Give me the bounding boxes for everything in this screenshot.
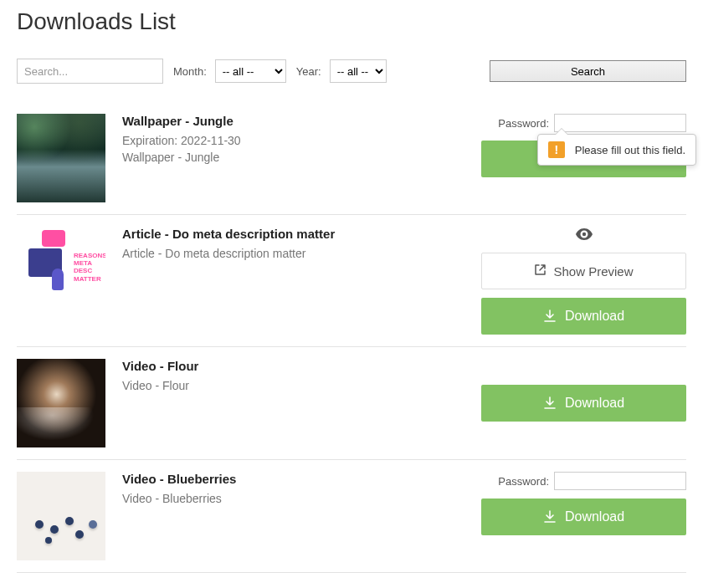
search-input[interactable] [17, 59, 163, 84]
thumbnail [17, 359, 105, 447]
item-actions: Download [481, 359, 686, 447]
filters-bar: Month: -- all -- Year: -- all -- Search [17, 59, 686, 84]
year-select[interactable]: -- all -- [330, 59, 387, 83]
download-label: Download [565, 309, 624, 324]
list-item: Video - Flour Video - Flour Download [17, 347, 686, 460]
item-description: Video - Flour [122, 378, 464, 395]
year-label: Year: [296, 65, 321, 78]
item-title: Article - Do meta description matter [122, 227, 464, 241]
item-meta: Article - Do meta description matter Art… [122, 227, 464, 335]
month-select[interactable]: -- all -- [215, 59, 286, 83]
password-row: Password: ! Please fill out this field. [481, 114, 686, 132]
thumbnail [17, 472, 105, 560]
thumbnail: REASONS META DESC MATTER [17, 227, 105, 315]
item-actions: Show Preview Download [481, 227, 686, 335]
search-button[interactable]: Search [490, 60, 686, 82]
password-label: Password: [498, 117, 549, 130]
item-description: Wallpaper - Jungle [122, 150, 464, 166]
download-button[interactable]: Download [481, 385, 686, 422]
thumbnail-caption: REASONS META DESC MATTER [74, 252, 105, 283]
password-row: Password: [481, 472, 686, 490]
warning-icon: ! [548, 141, 565, 158]
download-icon [543, 309, 557, 323]
page-title: Downloads List [17, 8, 686, 35]
item-description: Article - Do meta description matter [122, 246, 464, 263]
preview-label: Show Preview [553, 264, 633, 279]
download-button[interactable]: Download [481, 499, 686, 535]
download-label: Download [565, 396, 624, 411]
svg-point-0 [582, 233, 585, 236]
show-preview-button[interactable]: Show Preview [481, 253, 686, 289]
list-item: Video - Blueberries Video - Blueberries … [17, 460, 686, 573]
item-meta: Video - Blueberries Video - Blueberries [122, 472, 464, 560]
download-icon [543, 510, 557, 524]
list-item: Wallpaper - Jungle Expiration: 2022-11-3… [17, 102, 686, 215]
thumbnail [17, 114, 105, 202]
month-label: Month: [173, 65, 207, 78]
item-title: Video - Flour [122, 359, 464, 373]
item-meta: Video - Flour Video - Flour [122, 359, 464, 447]
item-expiration: Expiration: 2022-11-30 [122, 133, 464, 150]
external-link-icon [534, 263, 546, 279]
item-title: Video - Blueberries [122, 472, 464, 486]
tooltip-text: Please fill out this field. [575, 144, 685, 156]
validation-tooltip: ! Please fill out this field. [537, 134, 696, 166]
eye-icon [481, 227, 686, 244]
password-input[interactable] [554, 114, 686, 132]
item-actions: Password: ! Please fill out this field. … [481, 114, 686, 202]
item-description: Video - Blueberries [122, 491, 464, 508]
password-input[interactable] [554, 472, 686, 490]
item-actions: Password: Download [481, 472, 686, 560]
item-title: Wallpaper - Jungle [122, 114, 464, 128]
download-button[interactable]: Download [481, 298, 686, 335]
password-label: Password: [498, 475, 549, 488]
item-meta: Wallpaper - Jungle Expiration: 2022-11-3… [122, 114, 464, 202]
list-item: REASONS META DESC MATTER Article - Do me… [17, 215, 686, 347]
download-label: Download [565, 509, 624, 524]
download-icon [543, 396, 557, 410]
